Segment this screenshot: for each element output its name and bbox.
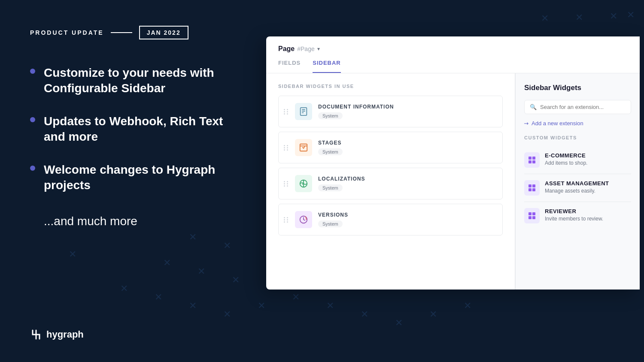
- svg-rect-20: [529, 216, 532, 219]
- x-decoration: ✕: [395, 317, 403, 329]
- widget-badge: System: [318, 112, 343, 119]
- search-icon: 🔍: [530, 104, 537, 110]
- svg-rect-21: [532, 216, 535, 219]
- drag-handle-icon: [284, 145, 289, 151]
- feature-list: Customize to your needs with Configurabl…: [30, 65, 236, 193]
- widget-badge: System: [318, 220, 343, 227]
- custom-widget-name: ASSET MANAGEMENT: [545, 180, 609, 187]
- widget-row[interactable]: A LOCALIZATIONS System: [278, 168, 503, 199]
- drag-handle-icon: [284, 109, 289, 115]
- x-decoration: ✕: [610, 11, 617, 22]
- custom-widget-item[interactable]: ASSET MANAGEMENT Manage assets easily.: [524, 174, 631, 202]
- left-panel: PRODUCT UPDATE JAN 2022 Customize to you…: [0, 0, 266, 362]
- reviewer-widget-icon: [524, 208, 540, 223]
- search-box[interactable]: 🔍: [524, 100, 631, 114]
- bullet-text: Updates to Webhook, Rich Text and more: [44, 114, 236, 145]
- widget-icon-container: [295, 211, 312, 228]
- x-decoration: ✕: [541, 13, 549, 24]
- widget-name: STAGES: [318, 140, 497, 146]
- bullet-text: Customize to your needs with Configurabl…: [44, 65, 236, 97]
- external-link-icon: ↗: [522, 119, 530, 127]
- custom-widget-item[interactable]: REVIEWER Invite members to review.: [524, 202, 631, 229]
- product-update-line: [111, 32, 132, 33]
- window-header: Page #Page ▾ FIELDS SIDEBAR: [266, 36, 640, 73]
- widget-name: DOCUMENT INFORMATION: [318, 104, 497, 110]
- tab-sidebar[interactable]: SIDEBAR: [313, 60, 341, 73]
- versions-icon: [299, 215, 308, 224]
- svg-rect-12: [529, 160, 532, 163]
- widget-icon-container: A: [295, 175, 312, 192]
- add-extension-label: Add a new extension: [532, 120, 583, 127]
- bullet-dot: [30, 166, 35, 171]
- search-input[interactable]: [540, 104, 626, 110]
- x-decoration: ✕: [326, 300, 334, 311]
- drag-handle-icon: [284, 217, 289, 223]
- bullet-text: Welcome changes to Hygraph projects: [44, 162, 236, 193]
- svg-rect-10: [529, 157, 532, 160]
- svg-text:A: A: [302, 182, 304, 185]
- tab-bar: FIELDS SIDEBAR: [278, 60, 628, 73]
- drag-handle-icon: [284, 181, 289, 187]
- logo-text: hygraph: [46, 329, 84, 340]
- x-decoration: ✕: [429, 309, 437, 320]
- list-item: Updates to Webhook, Rich Text and more: [30, 114, 236, 145]
- widget-info: VERSIONS System: [318, 212, 497, 227]
- custom-widget-desc: Invite members to review.: [545, 216, 603, 222]
- bullet-dot: [30, 117, 35, 122]
- document-icon: [299, 107, 308, 116]
- tab-fields[interactable]: FIELDS: [278, 60, 301, 73]
- page-hash: #Page: [297, 45, 314, 52]
- custom-widget-info: REVIEWER Invite members to review.: [545, 208, 603, 222]
- logo-icon: [30, 329, 42, 341]
- custom-widget-info: ASSET MANAGEMENT Manage assets easily.: [545, 180, 609, 194]
- widget-icon-container: [295, 103, 312, 120]
- list-item: Customize to your needs with Configurabl…: [30, 65, 236, 97]
- x-decoration: ✕: [361, 309, 368, 320]
- widget-icon-container: [295, 139, 312, 156]
- localizations-icon: A: [299, 179, 308, 188]
- svg-rect-13: [532, 160, 535, 163]
- svg-rect-19: [532, 212, 535, 215]
- widget-row[interactable]: VERSIONS System: [278, 204, 503, 235]
- stages-icon: [299, 143, 308, 152]
- widget-info: STAGES System: [318, 140, 497, 155]
- svg-rect-16: [529, 188, 532, 191]
- product-update-header: PRODUCT UPDATE JAN 2022: [30, 26, 236, 39]
- custom-widget-info: E-COMMERCE Add items to shop.: [545, 152, 587, 166]
- x-decoration: ✕: [575, 12, 583, 23]
- widget-badge: System: [318, 184, 343, 191]
- widget-name: VERSIONS: [318, 212, 497, 218]
- sidebar-widgets-section-label: SIDEBAR WIDGETS IN USE: [278, 84, 503, 89]
- x-decoration: ✕: [464, 300, 471, 311]
- custom-widget-desc: Add items to shop.: [545, 160, 587, 166]
- widget-info: DOCUMENT INFORMATION System: [318, 104, 497, 119]
- page-selector[interactable]: Page #Page ▾: [278, 45, 628, 53]
- custom-widget-desc: Manage assets easily.: [545, 188, 609, 194]
- x-decoration: ✕: [292, 292, 300, 303]
- widgets-picker: Sidebar Widgets 🔍 ↗ Add a new extension …: [515, 73, 640, 290]
- widget-row[interactable]: DOCUMENT INFORMATION System: [278, 96, 503, 127]
- list-item: Welcome changes to Hygraph projects: [30, 162, 236, 193]
- hygraph-logo: hygraph: [30, 329, 84, 341]
- bullet-dot: [30, 69, 35, 74]
- logo-area: hygraph: [30, 329, 84, 341]
- picker-title: Sidebar Widgets: [524, 84, 631, 92]
- svg-rect-17: [532, 188, 535, 191]
- x-decoration: ✕: [627, 9, 635, 21]
- main-window: Page #Page ▾ FIELDS SIDEBAR SIDEBAR WIDG…: [266, 36, 640, 290]
- and-more-text: ...and much more: [44, 214, 236, 228]
- product-update-date: JAN 2022: [139, 26, 188, 39]
- custom-widget-item[interactable]: E-COMMERCE Add items to shop.: [524, 146, 631, 174]
- svg-rect-4: [300, 144, 307, 151]
- chevron-down-icon: ▾: [317, 46, 320, 52]
- asset-management-widget-icon: [524, 180, 540, 196]
- widget-badge: System: [318, 148, 343, 155]
- ecommerce-widget-icon: [524, 152, 540, 168]
- page-label: Page: [278, 45, 295, 53]
- svg-rect-18: [529, 212, 532, 215]
- add-extension-link[interactable]: ↗ Add a new extension: [524, 120, 631, 127]
- widget-row[interactable]: STAGES System: [278, 132, 503, 163]
- svg-rect-14: [529, 184, 532, 187]
- custom-widgets-label: CUSTOM WIDGETS: [524, 135, 631, 140]
- custom-widget-name: E-COMMERCE: [545, 152, 587, 159]
